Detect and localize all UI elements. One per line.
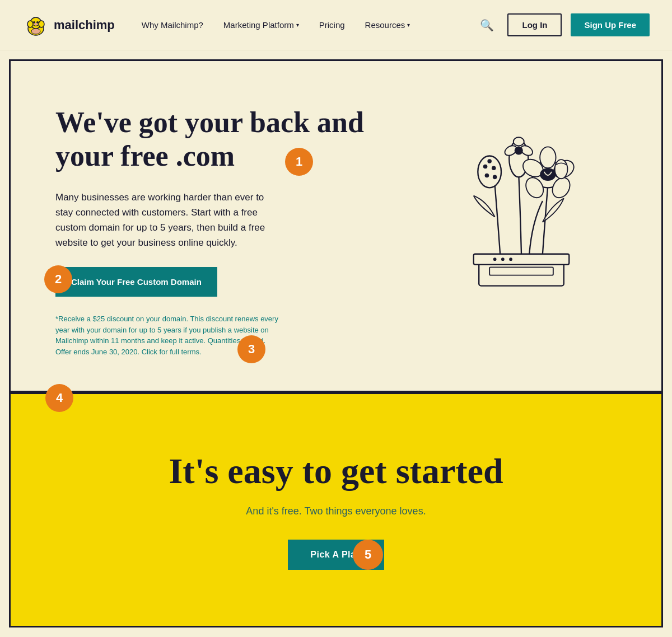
svg-point-18 (493, 175, 497, 180)
nav-resources[interactable]: Resources ▾ (355, 20, 421, 30)
svg-point-4 (34, 23, 38, 25)
svg-point-19 (487, 159, 492, 163)
svg-point-5 (27, 21, 33, 27)
annotation-1: 1 (285, 148, 313, 176)
svg-point-10 (493, 257, 497, 261)
annotation-3: 3 (237, 335, 265, 363)
chevron-down-icon: ▾ (296, 22, 299, 28)
hero-title: We've got your back and your free .com (55, 106, 369, 173)
svg-point-11 (501, 257, 505, 261)
svg-rect-9 (474, 254, 570, 265)
svg-point-26 (540, 147, 556, 168)
hero-image (426, 95, 617, 307)
svg-point-31 (540, 168, 556, 181)
search-icon: 🔍 (480, 19, 494, 31)
hero-content: We've got your back and your free .com M… (55, 95, 369, 357)
logo-text: mailchimp (54, 18, 115, 32)
hero-description: Many businesses are working harder than … (55, 190, 279, 251)
svg-point-12 (509, 257, 512, 261)
navbar: mailchimp Why Mailchimp? Marketing Platf… (0, 0, 672, 50)
nav-why-mailchimp[interactable]: Why Mailchimp? (132, 20, 213, 30)
nav-actions: 🔍 Log In Sign Up Free (475, 13, 650, 36)
logo-icon (22, 12, 49, 39)
svg-point-7 (31, 29, 40, 34)
yellow-title: It's easy to get started (169, 451, 503, 492)
nav-marketing-platform[interactable]: Marketing Platform ▾ (213, 20, 309, 30)
svg-point-15 (483, 165, 488, 169)
svg-point-17 (485, 174, 489, 178)
annotation-5: 5 (353, 540, 383, 570)
logo-link[interactable]: mailchimp (22, 12, 115, 39)
chevron-down-icon: ▾ (407, 22, 410, 28)
nav-pricing[interactable]: Pricing (309, 20, 355, 30)
yellow-subtitle: And it's free. Two things everyone loves… (246, 505, 426, 517)
signup-button[interactable]: Sign Up Free (571, 13, 650, 36)
search-button[interactable]: 🔍 (475, 14, 498, 36)
yellow-section: It's easy to get started And it's free. … (9, 392, 663, 627)
svg-point-16 (492, 166, 496, 170)
svg-point-24 (515, 146, 523, 154)
nav-links: Why Mailchimp? Marketing Platform ▾ Pric… (132, 20, 476, 30)
annotation-2: 2 (44, 265, 72, 293)
hero-illustration (432, 100, 611, 302)
svg-point-32 (555, 160, 568, 179)
svg-point-23 (514, 137, 524, 146)
hero-section: 1 2 3 4 We've got your back and your fre… (9, 59, 663, 392)
svg-point-6 (39, 21, 44, 27)
annotation-4: 4 (45, 384, 73, 412)
login-button[interactable]: Log In (507, 13, 562, 36)
claim-domain-button[interactable]: Claim Your Free Custom Domain (55, 267, 217, 297)
